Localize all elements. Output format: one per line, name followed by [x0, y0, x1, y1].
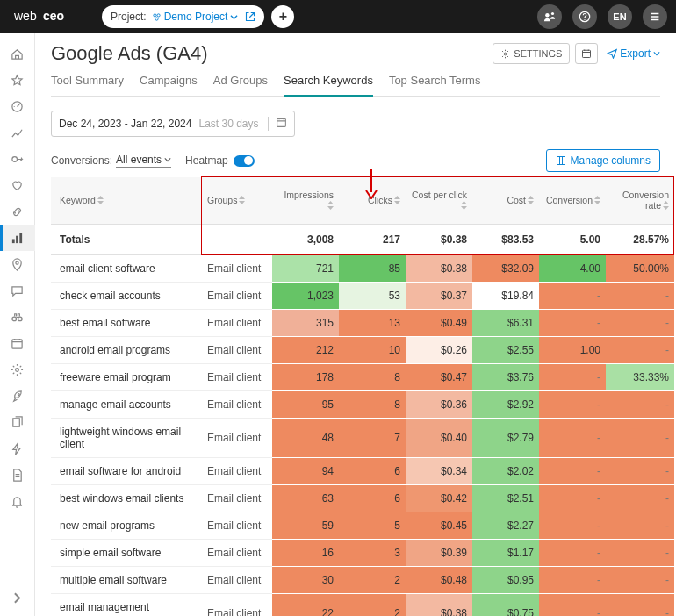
svg-text:web: web	[14, 9, 37, 23]
svg-point-8	[584, 19, 585, 20]
topbar: webceo Project: Demo Project + EN	[0, 0, 676, 33]
annotation-arrow-icon	[365, 169, 378, 199]
nav-doc-icon[interactable]	[0, 462, 35, 488]
chevron-down-icon	[653, 50, 660, 57]
svg-rect-12	[16, 235, 18, 242]
table-row: simple email softwareEmail client163$0.3…	[51, 540, 674, 567]
svg-point-14	[16, 261, 18, 264]
table-row: multiple email softwareEmail client302$0…	[51, 567, 674, 594]
menu-icon[interactable]	[643, 4, 667, 29]
account-icon[interactable]	[537, 4, 562, 29]
svg-point-16	[18, 317, 22, 321]
nav-heart-icon[interactable]	[0, 172, 35, 198]
svg-rect-17	[12, 339, 22, 347]
sidebar	[0, 33, 35, 616]
nav-binoculars-icon[interactable]	[0, 304, 35, 330]
tab-search-keywords[interactable]: Search Keywords	[284, 74, 373, 96]
column-header[interactable]: Impressions	[272, 177, 339, 225]
gear-icon	[500, 49, 510, 59]
nav-copy-icon[interactable]	[0, 409, 35, 435]
help-icon[interactable]	[572, 4, 597, 29]
manage-columns-button[interactable]: Manage columns	[546, 149, 660, 172]
column-header[interactable]: Cost per click	[406, 177, 472, 225]
nav-star-icon[interactable]	[0, 67, 35, 93]
table-row: android email programsEmail client21210$…	[51, 337, 674, 364]
conversions-selector[interactable]: All events	[116, 154, 171, 168]
svg-point-4	[155, 17, 158, 19]
date-range-selector[interactable]: Dec 24, 2023 - Jan 22, 2024 Last 30 days	[51, 111, 295, 137]
table-row: check email accountsEmail client1,02353$…	[51, 283, 674, 310]
column-header[interactable]: Keyword	[51, 177, 202, 225]
svg-point-19	[18, 393, 19, 395]
table-row: new email programsEmail client595$0.45$2…	[51, 512, 674, 540]
nav-rocket-icon[interactable]	[0, 383, 35, 409]
send-icon	[607, 48, 617, 59]
data-table: KeywordGroupsImpressionsClicksCost per c…	[51, 177, 660, 616]
table-row: manage email accountsEmail client958$0.3…	[51, 391, 674, 419]
svg-point-2	[154, 13, 156, 16]
nav-gear-icon[interactable]	[0, 356, 35, 383]
nav-home-icon[interactable]	[0, 40, 35, 67]
tabs: Tool SummaryCampaignsAd GroupsSearch Key…	[51, 74, 660, 97]
totals-row: Totals3,008217$0.38$83.535.0028.57%	[51, 225, 674, 255]
svg-point-10	[12, 156, 18, 161]
nav-chat-icon[interactable]	[0, 277, 35, 304]
toggle-on-icon	[234, 155, 255, 167]
tab-ad-groups[interactable]: Ad Groups	[213, 74, 268, 96]
table-row: lightweight windows email clientEmail cl…	[51, 419, 674, 458]
project-label: Project:	[111, 11, 147, 23]
svg-point-5	[545, 13, 549, 17]
open-external-icon[interactable]	[245, 11, 255, 22]
tab-campaigns[interactable]: Campaigns	[140, 74, 198, 96]
page-title: Google Ads (GA4)	[51, 42, 487, 65]
heatmap-toggle[interactable]: Heatmap	[185, 154, 255, 167]
nav-bolt-icon[interactable]	[0, 435, 35, 462]
svg-rect-24	[557, 157, 565, 165]
table-row: email client softwareEmail client72185$0…	[51, 255, 674, 283]
filter-row: Conversions: All events Heatmap Manage c…	[51, 149, 660, 172]
column-header[interactable]: Conversion	[539, 177, 606, 225]
tab-top-search-terms[interactable]: Top Search Terms	[389, 74, 481, 96]
table-row: best windows email clientsEmail client63…	[51, 485, 674, 512]
columns-icon	[556, 155, 566, 166]
main-content: Google Ads (GA4) SETTINGS Export Tool Su…	[35, 33, 676, 616]
svg-point-21	[504, 53, 507, 55]
nav-bars-icon[interactable]	[0, 225, 35, 251]
svg-rect-22	[583, 50, 591, 57]
table-row: email software for androidEmail client94…	[51, 458, 674, 485]
table-row: freeware email programEmail client1788$0…	[51, 364, 674, 391]
tab-tool-summary[interactable]: Tool Summary	[51, 74, 124, 96]
nav-calendar-icon[interactable]	[0, 330, 35, 356]
column-header[interactable]: Groups	[202, 177, 272, 225]
nav-key-icon[interactable]	[0, 146, 35, 172]
nav-bell-icon[interactable]	[0, 488, 35, 514]
svg-point-18	[16, 368, 19, 371]
date-range-value: Dec 24, 2023 - Jan 22, 2024	[59, 118, 191, 130]
sidebar-expand-icon[interactable]	[0, 584, 35, 611]
nav-dashboard-icon[interactable]	[0, 93, 35, 119]
export-button[interactable]: Export	[607, 47, 660, 60]
svg-point-6	[551, 12, 554, 15]
nav-pin-icon[interactable]	[0, 251, 35, 277]
project-selector[interactable]: Project: Demo Project	[102, 5, 264, 28]
project-name: Demo Project	[152, 11, 239, 23]
svg-rect-13	[19, 233, 22, 242]
svg-point-15	[12, 317, 17, 321]
nav-link-icon[interactable]	[0, 198, 35, 225]
svg-point-3	[157, 13, 160, 16]
column-header[interactable]: Cost	[472, 177, 539, 225]
svg-rect-23	[277, 118, 285, 126]
svg-rect-20	[13, 418, 20, 426]
logo: webceo	[9, 8, 95, 25]
date-shortcut-button[interactable]	[575, 43, 598, 64]
language-button[interactable]: EN	[608, 4, 632, 29]
table-row: email management programsEmail client222…	[51, 594, 674, 616]
calendar-icon	[581, 48, 592, 59]
chevron-down-icon	[230, 13, 238, 21]
column-header[interactable]: Conversion rate	[606, 177, 674, 225]
add-project-button[interactable]: +	[271, 5, 294, 28]
nav-chart-icon[interactable]	[0, 119, 35, 146]
svg-text:ceo: ceo	[43, 9, 64, 23]
calendar-icon	[268, 117, 287, 131]
settings-button[interactable]: SETTINGS	[493, 43, 570, 64]
